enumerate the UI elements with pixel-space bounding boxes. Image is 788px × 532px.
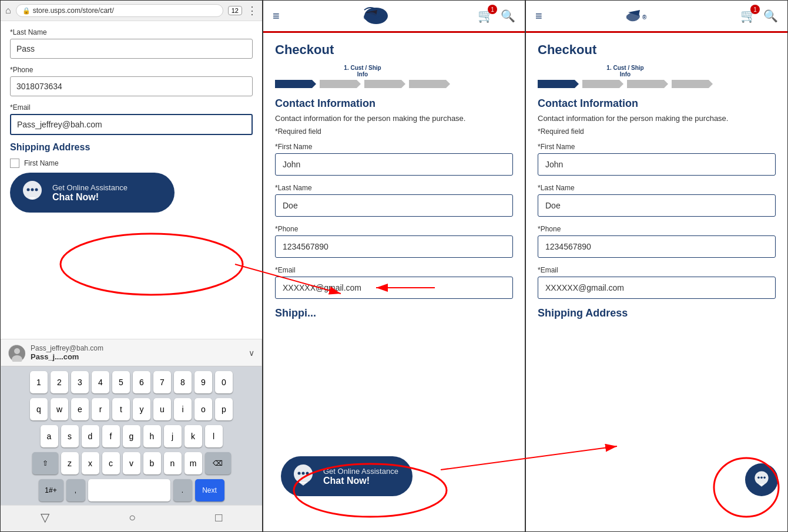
kb-g[interactable]: g — [123, 425, 140, 447]
shipping-address-title: Shipping Address — [10, 142, 253, 153]
progress-label-middle: 1. Cust / Ship Info — [342, 65, 383, 78]
last-name-input-middle[interactable] — [275, 194, 513, 217]
autocomplete-bar[interactable]: Pass_jeffrey@bah.com Pass_j....com ∨ — [1, 339, 262, 366]
usps-header-middle: ≡ ® 🛒 1 🔍 — [263, 1, 525, 33]
nav-home-icon[interactable]: ○ — [129, 511, 136, 524]
kb-8[interactable]: 8 — [174, 371, 192, 393]
kb-bottom-row: 1#+ , . Next — [3, 479, 260, 505]
progress-bar-1-middle — [275, 80, 316, 88]
hamburger-icon-middle[interactable]: ≡ — [273, 9, 280, 23]
email-input-right[interactable] — [538, 277, 776, 299]
search-icon-right[interactable]: 🔍 — [763, 9, 778, 23]
chat-widget-middle[interactable]: Get Online Assistance Chat Now! — [281, 456, 413, 496]
kb-special[interactable]: 1#+ — [39, 479, 63, 501]
first-name-input-middle[interactable] — [275, 153, 513, 176]
kb-b[interactable]: b — [143, 452, 161, 474]
tab-count[interactable]: 12 — [228, 6, 242, 15]
kb-shift[interactable]: ⇧ — [32, 452, 58, 474]
first-name-input-right[interactable] — [538, 153, 776, 176]
kb-backspace[interactable]: ⌫ — [205, 452, 231, 474]
phone-input[interactable] — [10, 76, 253, 96]
phone-label-right: *Phone — [538, 225, 776, 233]
kb-h[interactable]: h — [143, 425, 161, 447]
kb-0[interactable]: 0 — [215, 371, 233, 393]
progress-bar-4-middle — [409, 80, 450, 88]
kb-j[interactable]: j — [164, 425, 182, 447]
chat-text-middle: Get Online Assistance Chat Now! — [323, 467, 398, 486]
kb-t[interactable]: t — [112, 398, 130, 420]
nav-recent-icon[interactable]: □ — [215, 511, 222, 524]
kb-p[interactable]: p — [215, 398, 233, 420]
kb-4[interactable]: 4 — [92, 371, 109, 393]
email-input[interactable] — [10, 114, 253, 135]
kb-z[interactable]: z — [61, 452, 79, 474]
chat-now-label-left: Chat Now! — [52, 192, 128, 203]
kb-o[interactable]: o — [195, 398, 212, 420]
kb-w[interactable]: w — [51, 398, 68, 420]
nav-back-icon[interactable]: ▽ — [41, 510, 49, 524]
kb-1[interactable]: 1 — [30, 371, 48, 393]
kb-a[interactable]: a — [41, 425, 58, 447]
cart-icon-right[interactable]: 🛒 1 — [740, 8, 756, 23]
kb-row-numbers: 1 2 3 4 5 6 7 8 9 0 — [3, 371, 260, 393]
contact-info-desc-right: Contact information for the person makin… — [538, 113, 776, 124]
kb-k[interactable]: k — [185, 425, 202, 447]
kb-n[interactable]: n — [164, 452, 182, 474]
menu-dots-icon[interactable]: ⋮ — [247, 4, 257, 17]
kb-m[interactable]: m — [185, 452, 202, 474]
kb-c[interactable]: c — [102, 452, 120, 474]
svg-point-17 — [763, 477, 766, 479]
kb-u[interactable]: u — [153, 398, 171, 420]
kb-s[interactable]: s — [61, 425, 79, 447]
home-icon[interactable]: ⌂ — [5, 5, 11, 16]
kb-q[interactable]: q — [30, 398, 48, 420]
chat-widget-left[interactable]: Get Online Assistance Chat Now! — [10, 173, 175, 213]
email-input-middle[interactable] — [275, 277, 513, 299]
kb-l[interactable]: l — [205, 425, 223, 447]
first-name-checkbox[interactable] — [10, 159, 19, 168]
kb-r[interactable]: r — [92, 398, 109, 420]
nav-bar: ▽ ○ □ — [1, 505, 262, 531]
kb-5[interactable]: 5 — [112, 371, 130, 393]
first-name-label-middle: *First Name — [275, 143, 513, 151]
svg-point-12 — [306, 472, 309, 475]
kb-next[interactable]: Next — [195, 479, 224, 501]
main-container: ⌂ 🔒 store.usps.com/store/cart/ 12 ⋮ *Las… — [0, 0, 788, 532]
usps-eagle-icon-right: ® — [623, 5, 659, 26]
kb-3[interactable]: 3 — [71, 371, 89, 393]
kb-6[interactable]: 6 — [133, 371, 150, 393]
svg-point-11 — [302, 472, 305, 475]
kb-e[interactable]: e — [71, 398, 89, 420]
middle-panel: ≡ ® 🛒 1 🔍 Ch — [263, 0, 525, 532]
last-name-input-right[interactable] — [538, 194, 776, 217]
usps-eagle-icon-middle: ® — [361, 5, 396, 26]
svg-point-2 — [31, 188, 34, 191]
progress-bar-1-right — [538, 80, 579, 88]
last-name-input[interactable] — [10, 39, 253, 59]
chat-now-label-middle: Chat Now! — [323, 476, 398, 486]
phone-input-right[interactable] — [538, 235, 776, 258]
hamburger-icon-right[interactable]: ≡ — [535, 9, 542, 23]
kb-f[interactable]: f — [102, 425, 120, 447]
kb-d[interactable]: d — [82, 425, 99, 447]
kb-x[interactable]: x — [82, 452, 99, 474]
autocomplete-chevron-icon[interactable]: ∨ — [249, 348, 254, 358]
kb-2[interactable]: 2 — [51, 371, 68, 393]
required-note-right: *Required field — [538, 127, 776, 136]
chat-widget-right[interactable] — [745, 463, 778, 496]
phone-input-middle[interactable] — [275, 235, 513, 258]
cart-icon-middle[interactable]: 🛒 1 — [478, 8, 494, 23]
kb-space[interactable] — [88, 479, 170, 501]
form-content: *Last Name *Phone *Email Shipping Addres… — [1, 21, 262, 339]
kb-y[interactable]: y — [133, 398, 150, 420]
search-icon-middle[interactable]: 🔍 — [501, 9, 515, 23]
kb-i[interactable]: i — [174, 398, 192, 420]
phone-label-middle: *Phone — [275, 225, 513, 233]
kb-9[interactable]: 9 — [195, 371, 212, 393]
kb-period[interactable]: . — [173, 479, 192, 501]
kb-v[interactable]: v — [123, 452, 140, 474]
kb-comma[interactable]: , — [66, 479, 85, 501]
url-bar[interactable]: 🔒 store.usps.com/store/cart/ — [16, 4, 223, 17]
progress-bars-middle — [275, 80, 450, 88]
kb-7[interactable]: 7 — [153, 371, 171, 393]
